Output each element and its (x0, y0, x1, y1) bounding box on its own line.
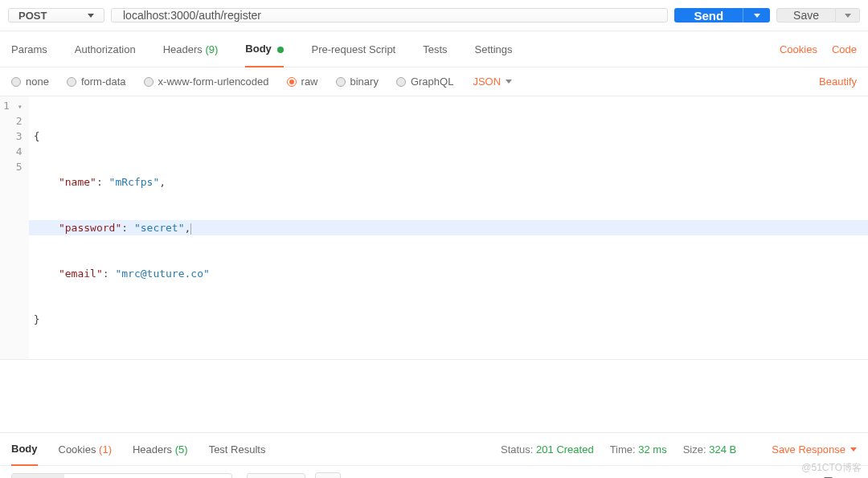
view-visualize[interactable]: Visualize (167, 474, 231, 479)
headers-count: (9) (205, 43, 218, 55)
save-options-button[interactable] (836, 8, 860, 22)
response-tab-tests[interactable]: Test Results (209, 434, 266, 465)
body-language-label: JSON (473, 76, 501, 88)
size-value: 324 B (709, 443, 736, 456)
radio-icon (336, 77, 346, 87)
response-tabs: Body Cookies (1) Headers (5) Test Result… (0, 432, 868, 466)
radio-icon (396, 77, 406, 87)
editor-gutter: 1 ▾ 2 3 4 5 (0, 96, 29, 359)
response-meta: Status: 201 Created Time: 32 ms Size: 32… (501, 443, 857, 456)
response-tab-cookies[interactable]: Cookies (1) (59, 434, 112, 465)
view-preview[interactable]: Preview (108, 474, 167, 479)
tab-params[interactable]: Params (11, 32, 47, 67)
response-tab-headers[interactable]: Headers (5) (133, 434, 188, 465)
time-value: 32 ms (638, 443, 666, 456)
editor-code[interactable]: { "name": "mRcfps", "password": "secret"… (29, 96, 868, 359)
body-modified-indicator (277, 47, 284, 53)
status-value: 201 Created (536, 443, 594, 456)
chevron-down-icon (754, 14, 760, 18)
chevron-down-icon (850, 447, 857, 451)
http-method-select[interactable]: POST (8, 8, 104, 22)
tab-headers[interactable]: Headers (9) (163, 32, 219, 67)
send-button-group: Send (674, 8, 770, 22)
url-input[interactable]: localhost:3000/auth/register (111, 8, 668, 22)
chevron-down-icon (506, 80, 512, 84)
beautify-link[interactable]: Beautify (819, 76, 857, 88)
tab-authorization[interactable]: Authorization (75, 32, 136, 67)
body-type-graphql[interactable]: GraphQL (396, 76, 453, 88)
watermark: @51CTO博客 (801, 461, 862, 475)
request-tabs: Params Authorization Headers (9) Body Pr… (0, 31, 868, 67)
fold-icon[interactable]: ▾ (16, 99, 23, 114)
tab-body-label: Body (245, 43, 272, 55)
save-button[interactable]: Save (776, 8, 836, 22)
tab-tests[interactable]: Tests (423, 32, 447, 67)
body-type-row: none form-data x-www-form-urlencoded raw… (0, 67, 868, 96)
response-language-select[interactable]: JSON (247, 473, 305, 479)
url-value: localhost:3000/auth/register (123, 9, 261, 22)
view-raw[interactable]: Raw (64, 474, 108, 479)
request-bar: POST localhost:3000/auth/register Send S… (0, 0, 868, 31)
body-type-formdata[interactable]: form-data (67, 76, 126, 88)
response-view-mode: Pretty Raw Preview Visualize (11, 473, 232, 479)
wrap-lines-button[interactable] (315, 472, 341, 478)
radio-icon (144, 77, 154, 87)
text-cursor (190, 223, 191, 235)
code-link[interactable]: Code (832, 43, 857, 55)
send-button[interactable]: Send (674, 8, 743, 22)
response-controls: Pretty Raw Preview Visualize JSON (0, 466, 868, 478)
tab-prerequest[interactable]: Pre-request Script (311, 32, 395, 67)
tab-settings[interactable]: Settings (475, 32, 513, 67)
body-language-select[interactable]: JSON (473, 76, 512, 88)
body-type-raw[interactable]: raw (287, 76, 318, 88)
save-response-button[interactable]: Save Response (772, 443, 857, 456)
response-tab-body[interactable]: Body (11, 433, 38, 466)
view-pretty[interactable]: Pretty (12, 474, 64, 479)
body-type-none[interactable]: none (11, 76, 49, 88)
tab-headers-label: Headers (163, 43, 203, 55)
radio-icon (11, 77, 21, 87)
request-body-editor[interactable]: 1 ▾ 2 3 4 5 { "name": "mRcfps", "passwor… (0, 96, 868, 360)
chevron-down-icon (845, 14, 851, 18)
body-type-urlencoded[interactable]: x-www-form-urlencoded (144, 76, 269, 88)
cookies-link[interactable]: Cookies (780, 43, 817, 55)
save-button-group: Save (776, 8, 860, 22)
body-type-binary[interactable]: binary (336, 76, 379, 88)
radio-icon (287, 77, 297, 87)
http-method-label: POST (18, 10, 47, 22)
tab-body[interactable]: Body (245, 31, 284, 67)
chevron-down-icon (88, 14, 94, 18)
radio-icon (67, 77, 76, 87)
send-options-button[interactable] (743, 8, 770, 22)
